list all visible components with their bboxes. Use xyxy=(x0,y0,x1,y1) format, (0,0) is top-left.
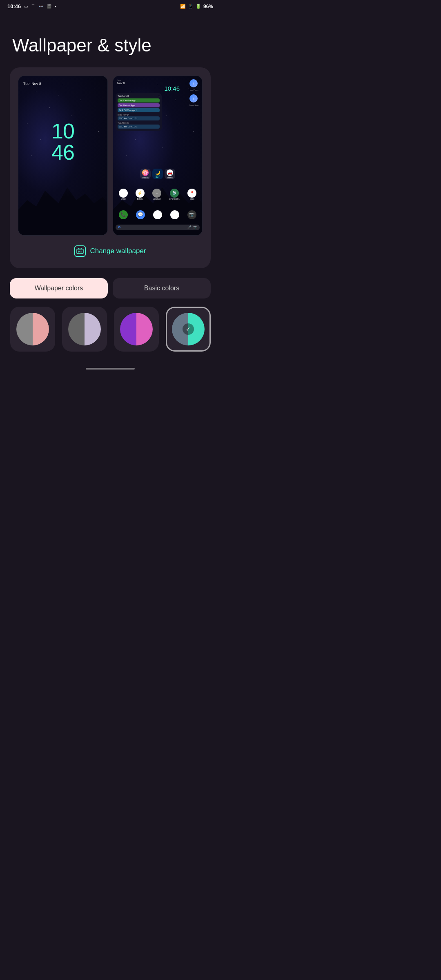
traffic-widget: 🚗 Traffic xyxy=(165,169,175,179)
dock-row: 📞 💬 ▶ ⊙ 📷 xyxy=(115,210,200,219)
notif-item-4: JGC Ins Due 11/1t xyxy=(118,116,160,120)
notif-item-1: Get CarMax App... xyxy=(118,98,160,102)
notif-item-5: JGC Ins Due 11/1t xyxy=(118,125,160,129)
playstore-dock-icon: ▶ xyxy=(153,210,162,219)
notif-add-icon: + xyxy=(158,95,160,97)
page-title: Wallpaper & style xyxy=(12,36,208,55)
svg-point-2 xyxy=(78,250,79,251)
change-wallpaper-icon xyxy=(74,245,86,257)
maps-app: 📍 Maps xyxy=(187,189,196,200)
phone-previews: Tue, Nov 8 10 46 Tue Nov 8 10:46 xyxy=(16,76,204,235)
battery-percent: 96% xyxy=(203,4,213,9)
signal-status-icon: 📱 xyxy=(188,4,194,9)
swatch-circle-4: ✓ xyxy=(172,313,205,345)
notif-item-3: JKR Oil Change 1 xyxy=(118,108,160,112)
overlay-icon: 👓 xyxy=(38,4,43,9)
sim-icon: ⌒ xyxy=(31,4,35,9)
gmail-icon: M xyxy=(119,189,128,198)
weather-widget: 🌙 53° xyxy=(152,169,163,179)
google-g-logo: G xyxy=(118,225,120,229)
swatch-4-selected[interactable]: ✓ xyxy=(166,307,211,352)
battery-status-icon: 🔋 xyxy=(196,4,201,9)
calculator-icon: = xyxy=(152,189,161,198)
app-row: M Gmail ⚡ Battery = Calculator 📡 GPS Tes… xyxy=(115,189,200,200)
swatch-circle-3 xyxy=(120,313,153,345)
lock-hour: 10 xyxy=(18,120,107,142)
search-bar-icons: 🎤 📷 xyxy=(187,225,197,229)
dot-icon: ● xyxy=(55,5,56,8)
homescreen-time: 10:46 xyxy=(164,85,180,92)
homescreen-background: Tue Nov 8 10:46 ♪ Now Playi... ♪ Sound S… xyxy=(113,76,202,235)
sound-spa-icon: ♪ xyxy=(189,94,198,102)
notification-panel: Tue Nov 8 + Get CarMax App... Get Haircu… xyxy=(116,93,162,131)
lockscreen-time: 10 46 xyxy=(18,120,107,163)
gesture-line xyxy=(86,368,135,370)
notif-section-mon: Mon, Nov 14 xyxy=(118,114,160,116)
homescreen-date: Tue Nov 8 xyxy=(117,79,125,85)
status-left: 10:46 ▭ ⌒ 👓 🎬 ● xyxy=(7,3,56,9)
now-playing-icon: ♪ xyxy=(189,79,198,87)
swatch-1[interactable] xyxy=(10,307,55,352)
video-icon: 🎬 xyxy=(47,4,51,9)
lock-minute: 46 xyxy=(18,142,107,163)
camera-dock-icon: 📷 xyxy=(187,210,196,219)
svg-rect-0 xyxy=(77,249,83,254)
basic-colors-label: Basic colors xyxy=(144,285,179,292)
color-swatches: ✓ xyxy=(10,307,211,352)
wallpaper-colors-tab[interactable]: Wallpaper colors xyxy=(10,278,108,298)
notif-date: Tue Nov 8 xyxy=(118,95,129,97)
swatch-checkmark: ✓ xyxy=(183,323,194,335)
notif-section-tue: Tue, Nov 15 xyxy=(118,122,160,124)
basic-colors-tab[interactable]: Basic colors xyxy=(113,278,211,298)
gps-icon: 📡 xyxy=(170,189,179,198)
wallpaper-colors-label: Wallpaper colors xyxy=(35,285,83,292)
gps-app: 📡 GPS Test P... xyxy=(169,189,180,200)
notif-item-2: Get Haircut Appr... xyxy=(118,103,160,107)
google-search-bar[interactable]: G 🎤 📷 xyxy=(116,225,200,230)
svg-rect-1 xyxy=(78,248,82,249)
gmail-app: M Gmail xyxy=(119,189,128,200)
color-tabs: Wallpaper colors Basic colors xyxy=(10,278,211,298)
microphone-icon: 🎤 xyxy=(187,225,192,229)
battery-app-icon: ⚡ xyxy=(136,189,145,198)
phone-dock-icon: 📞 xyxy=(119,210,128,219)
status-bar: 10:46 ▭ ⌒ 👓 🎬 ● 📶 📱 🔋 96% xyxy=(0,0,220,11)
status-time: 10:46 xyxy=(7,3,21,9)
gesture-bar xyxy=(0,361,220,376)
homescreen-preview[interactable]: Tue Nov 8 10:46 ♪ Now Playi... ♪ Sound S… xyxy=(113,76,203,235)
homescreen-top-icons: ♪ Now Playi... ♪ Sound Spa... xyxy=(189,79,199,106)
swatch-circle-1 xyxy=(16,313,49,345)
lockscreen-preview[interactable]: Tue, Nov 8 10 46 xyxy=(18,76,108,235)
battery-app: ⚡ Battery xyxy=(136,189,145,200)
messages-dock-icon: 💬 xyxy=(136,210,145,219)
chrome-dock-icon: ⊙ xyxy=(170,210,179,219)
notification-icon: ▭ xyxy=(24,4,28,9)
lockscreen-background: Tue, Nov 8 10 46 xyxy=(18,76,107,235)
status-right: 📶 📱 🔋 96% xyxy=(180,4,213,9)
swatch-circle-2 xyxy=(68,313,101,345)
widget-row: 🌸 Photos 🌙 53° 🚗 Traffic xyxy=(116,169,200,179)
lens-icon: 📷 xyxy=(193,225,197,229)
swatch-3[interactable] xyxy=(114,307,159,352)
maps-icon: 📍 xyxy=(187,189,196,198)
wifi-status-icon: 📶 xyxy=(180,4,186,9)
swatch-2[interactable] xyxy=(62,307,107,352)
calculator-app: = Calculator xyxy=(152,189,161,200)
page-title-area: Wallpaper & style xyxy=(0,11,220,67)
notif-header: Tue Nov 8 + xyxy=(118,95,160,97)
change-wallpaper-label: Change wallpaper xyxy=(90,247,146,255)
photos-widget: 🌸 Photos xyxy=(140,169,151,179)
change-wallpaper-button[interactable]: Change wallpaper xyxy=(16,242,204,260)
preview-card: Tue, Nov 8 10 46 Tue Nov 8 10:46 xyxy=(10,67,211,268)
lockscreen-date: Tue, Nov 8 xyxy=(23,82,41,86)
